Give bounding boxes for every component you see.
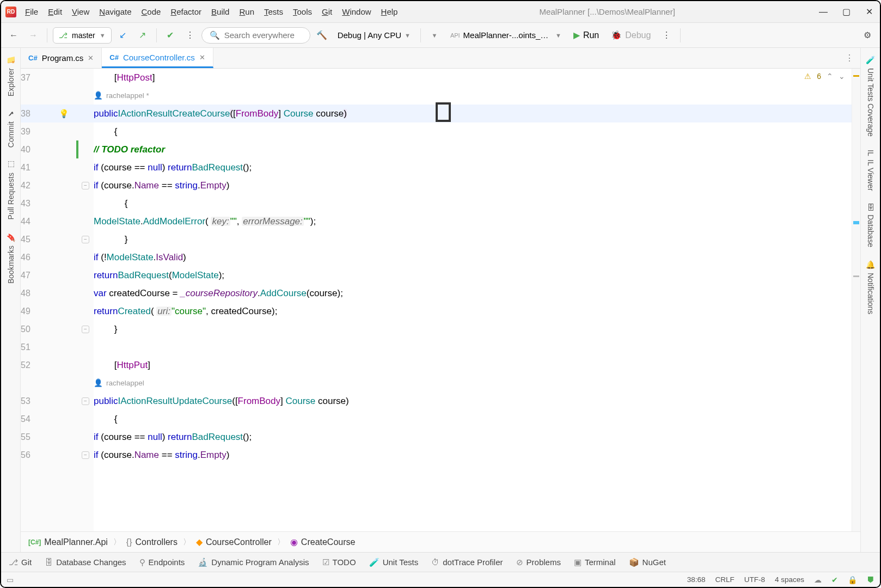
line-number[interactable]: 56 bbox=[21, 446, 59, 464]
breadcrumb-controllers[interactable]: {}Controllers bbox=[126, 537, 178, 547]
status-widget-2[interactable]: ✔ bbox=[831, 575, 838, 584]
fold-toggle[interactable]: − bbox=[82, 182, 89, 189]
menu-edit[interactable]: Edit bbox=[48, 7, 62, 16]
settings-button[interactable]: ⚙ bbox=[859, 27, 876, 44]
line-number[interactable]: 43 bbox=[21, 194, 59, 212]
left-tool-commit[interactable]: Commit✔ bbox=[4, 103, 17, 154]
line-number[interactable]: 44 bbox=[21, 212, 59, 230]
breadcrumb-mealplanner-api[interactable]: [C#]MealPlanner.Api bbox=[28, 537, 108, 547]
line-number[interactable]: 47 bbox=[21, 266, 59, 284]
build-button[interactable]: 🔨 bbox=[314, 27, 330, 44]
close-button[interactable]: ✕ bbox=[862, 5, 876, 19]
status-widget-4[interactable]: ⛊ bbox=[867, 575, 874, 584]
menu-window[interactable]: Window bbox=[342, 7, 371, 16]
menu-navigate[interactable]: Navigate bbox=[99, 7, 131, 16]
prev-highlight-button[interactable]: ⌃ bbox=[827, 72, 833, 81]
code-area[interactable]: ⚠ 6 ⌃ ⌄ 37383940414243444546474849505152… bbox=[21, 69, 860, 531]
build-config-dropdown[interactable]: Debug | Any CPU ▼ bbox=[333, 30, 415, 40]
code-line[interactable]: { bbox=[94, 122, 852, 140]
left-tool-pull-requests[interactable]: Pull Requests⬚ bbox=[4, 154, 17, 226]
encoding[interactable]: UTF-8 bbox=[744, 575, 765, 584]
right-tool-notifications[interactable]: 🔔Notifications bbox=[864, 254, 877, 321]
line-number[interactable]: 40 bbox=[21, 140, 59, 158]
fold-gutter[interactable]: −−−−− bbox=[82, 69, 94, 531]
intention-bulb-icon[interactable]: 💡 bbox=[59, 109, 69, 119]
left-tool-bookmarks[interactable]: Bookmarks🔖 bbox=[4, 226, 17, 290]
line-number[interactable]: 42 bbox=[21, 176, 59, 194]
vcs-update-button[interactable]: ↙ bbox=[115, 27, 131, 44]
line-number[interactable]: 52 bbox=[21, 356, 59, 374]
code-line[interactable]: if (course.Name == string.Empty) bbox=[94, 446, 852, 464]
more-button[interactable]: ⋮ bbox=[182, 27, 198, 44]
line-number[interactable]: 45 bbox=[21, 230, 59, 248]
line-separator[interactable]: CRLF bbox=[715, 575, 734, 584]
code-line[interactable]: [HttpPost] bbox=[94, 69, 852, 87]
code-line[interactable]: } bbox=[94, 320, 852, 338]
indent[interactable]: 4 spaces bbox=[775, 575, 804, 584]
fold-toggle[interactable]: − bbox=[82, 397, 89, 405]
code-line[interactable]: if (!ModelState.IsValid) bbox=[94, 248, 852, 266]
right-tool-database[interactable]: 🗄Database bbox=[864, 197, 877, 254]
menu-refactor[interactable]: Refactor bbox=[170, 7, 201, 16]
code-line[interactable]: return Created( uri: "course", createdCo… bbox=[94, 302, 852, 320]
line-number[interactable]: 50 bbox=[21, 320, 59, 338]
tabs-more-button[interactable]: ⋮ bbox=[839, 48, 860, 68]
bottom-tool-dottrace-profiler[interactable]: ⏱dotTrace Profiler bbox=[431, 558, 503, 567]
code-line[interactable]: if (course == null) return BadRequest(); bbox=[94, 428, 852, 446]
git-branch-dropdown[interactable]: ⎇ master ▼ bbox=[53, 27, 112, 44]
fold-toggle[interactable]: − bbox=[82, 326, 89, 333]
menu-git[interactable]: Git bbox=[322, 7, 332, 16]
code-line[interactable]: var createdCourse = _courseRepository.Ad… bbox=[94, 284, 852, 302]
code-line[interactable]: public IActionResult CreateCourse([FromB… bbox=[94, 105, 852, 122]
line-number[interactable]: 38 bbox=[21, 105, 59, 122]
inspection-widget[interactable]: ⚠ 6 ⌃ ⌄ bbox=[804, 72, 845, 81]
vcs-commit-button[interactable]: ↗ bbox=[134, 27, 151, 44]
search-everywhere[interactable]: 🔍 Search everywhere bbox=[201, 27, 310, 44]
check-button[interactable]: ✔ bbox=[162, 27, 179, 44]
bottom-tool-database-changes[interactable]: 🗄Database Changes bbox=[45, 558, 126, 567]
tab-coursecontroller-cs[interactable]: C#CourseController.cs✕ bbox=[102, 48, 213, 68]
code-line[interactable] bbox=[94, 338, 852, 356]
menu-view[interactable]: View bbox=[72, 7, 89, 16]
line-number[interactable]: 53 bbox=[21, 392, 59, 410]
line-number[interactable]: 48 bbox=[21, 284, 59, 302]
line-number[interactable]: 51 bbox=[21, 338, 59, 356]
line-number[interactable]: 55 bbox=[21, 428, 59, 446]
bottom-tool-unit-tests[interactable]: 🧪Unit Tests bbox=[369, 558, 419, 567]
fold-toggle[interactable]: − bbox=[82, 451, 89, 459]
code-lens[interactable]: 👤rachelappel bbox=[94, 374, 852, 392]
bottom-tool-dynamic-program-analysis[interactable]: 🔬Dynamic Program Analysis bbox=[198, 558, 309, 567]
code-content[interactable]: [HttpPost] 👤rachelappel * public IAction… bbox=[94, 69, 852, 531]
run-button[interactable]: ▶ Run bbox=[569, 30, 603, 40]
code-line[interactable]: public IActionResult UpdateCourse([FromB… bbox=[94, 392, 852, 410]
left-tool-explorer[interactable]: Explorer📁 bbox=[4, 49, 17, 103]
minimize-button[interactable]: — bbox=[817, 5, 830, 19]
status-widget-3[interactable]: 🔒 bbox=[848, 575, 857, 584]
line-numbers[interactable]: 3738394041424344454647484950515253545556 bbox=[21, 69, 59, 531]
bottom-tool-problems[interactable]: ⊘Problems bbox=[516, 558, 561, 567]
maximize-button[interactable]: ▢ bbox=[840, 5, 853, 19]
code-line[interactable]: if (course == null) return BadRequest(); bbox=[94, 158, 852, 176]
right-tool-unit-tests-coverage[interactable]: 🧪Unit Tests Coverage bbox=[864, 49, 877, 143]
bottom-tool-nuget[interactable]: 📦NuGet bbox=[629, 558, 666, 567]
menu-help[interactable]: Help bbox=[381, 7, 398, 16]
code-line[interactable]: if (course.Name == string.Empty) bbox=[94, 176, 852, 194]
debug-button[interactable]: 🐞 Debug bbox=[607, 30, 655, 40]
line-number[interactable]: 39 bbox=[21, 122, 59, 140]
menu-code[interactable]: Code bbox=[142, 7, 161, 16]
line-number[interactable]: 41 bbox=[21, 158, 59, 176]
close-tab-button[interactable]: ✕ bbox=[88, 54, 94, 62]
menu-build[interactable]: Build bbox=[211, 7, 229, 16]
line-number[interactable]: 49 bbox=[21, 302, 59, 320]
nav-forward-button[interactable]: → bbox=[25, 27, 41, 44]
breadcrumb-createcourse[interactable]: ◉CreateCourse bbox=[290, 537, 356, 547]
code-lens[interactable]: 👤rachelappel * bbox=[94, 87, 852, 105]
code-line[interactable]: ModelState.AddModelError( key:"", errorM… bbox=[94, 212, 852, 230]
fold-toggle[interactable]: − bbox=[82, 236, 89, 243]
run-config-chevron[interactable]: ▼ bbox=[426, 27, 443, 44]
code-line[interactable]: { bbox=[94, 410, 852, 428]
caret-position[interactable]: 38:68 bbox=[687, 575, 706, 584]
bottom-tool-todo[interactable]: ☑TODO bbox=[322, 558, 356, 567]
close-tab-button[interactable]: ✕ bbox=[199, 53, 205, 62]
next-highlight-button[interactable]: ⌄ bbox=[839, 72, 845, 81]
